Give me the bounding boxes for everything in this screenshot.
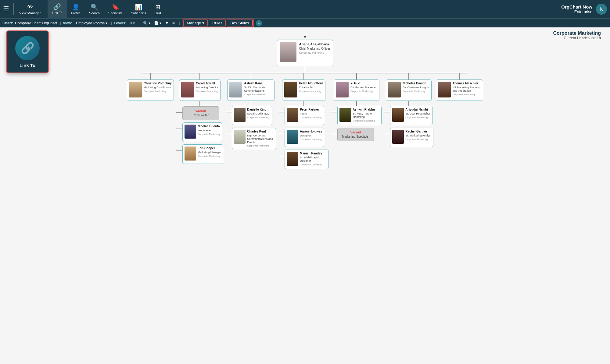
helen-name: Helen Mountford (299, 82, 323, 85)
ashwin-h-line (331, 112, 337, 112)
grid-icon: ⊞ (155, 3, 160, 11)
hamburger-menu[interactable]: ☰ (3, 5, 9, 13)
card-erin[interactable]: Erin Cooper Marketing Manager Corporate … (182, 144, 224, 164)
carole-v-line (199, 73, 200, 80)
edit-btn[interactable]: ✏ (170, 20, 177, 26)
export-btn[interactable]: 📄 ▾ (152, 20, 163, 26)
carole-dept: Corporate Marketing (196, 90, 218, 93)
root-v-line (305, 66, 305, 73)
corp-sub: Current Headcount: 18 (553, 36, 601, 40)
charles-row: Charles Kent Mgr. Corporate Communicatio… (226, 128, 276, 149)
search-icon: 🔍 (91, 3, 98, 11)
christine-v-line (150, 73, 151, 80)
nav-search[interactable]: 🔍 Search (85, 0, 104, 18)
levels-dropdown[interactable]: 3 ▾ (128, 20, 137, 26)
manish-row: Manish Pandey Sr. Web/Graphic Designer C… (278, 150, 329, 169)
rachel-title: Sr. Marketing Analyst (405, 134, 431, 137)
add-btn[interactable]: + (256, 20, 262, 26)
chart-company-link[interactable]: Company Chart (15, 21, 41, 25)
card-ariana[interactable]: Ariana Alisjahbana Chief Marketing Offic… (277, 40, 333, 66)
card-aaron[interactable]: Aaron Holdway Designer Corporate Marketi… (285, 128, 324, 147)
aaron-title: Designer (300, 134, 322, 137)
nav-divider-1 (13, 3, 14, 15)
toolbar: Chart: Company Chart OrgChart | View: Em… (0, 18, 610, 27)
erin-dept: Corporate Marketing (198, 155, 221, 157)
filter-btn[interactable]: ▼ (163, 20, 170, 26)
card-ashwin[interactable]: Ashwin Prabhu Sr. Mgr., Partner Marketin… (337, 106, 382, 125)
nicholas-children-v-line (408, 101, 409, 106)
box-styles-btn[interactable]: Box Styles (227, 19, 253, 27)
rules-btn[interactable]: Rules (209, 19, 226, 27)
nav-view-manager[interactable]: 👁 View Manager (15, 0, 45, 18)
card-arivudai[interactable]: Arivudai Nambi Sr. User Researcher Corpo… (390, 106, 432, 125)
nav-grid[interactable]: ⊞ Grid (150, 0, 165, 18)
org-content: Corporate Marketing Current Headcount: 1… (0, 27, 610, 364)
nav-link-to[interactable]: 🔗 Link To (48, 0, 67, 18)
yi-title: Dir. Partner Marketing (350, 86, 377, 89)
levels-chevron-icon: ▾ (133, 21, 135, 25)
level2-row: Christine Potochny Marketing Coordinator… (127, 73, 483, 169)
corp-sub-label: Current Headcount: (564, 36, 596, 40)
zoom-btn[interactable]: 🔍 ▾ (141, 20, 152, 26)
card-nicolae[interactable]: Nicolae Duduta Webmaster Corporate Marke… (182, 122, 222, 142)
card-ashish[interactable]: Ashish Kanal Sr. Dir. Corporate Communic… (227, 80, 274, 101)
card-christine[interactable]: Christine Potochny Marketing Coordinator… (127, 80, 174, 101)
card-nicholas[interactable]: Nicholas Bianco Dir. Customer Insights C… (386, 80, 432, 101)
arivudai-row: Arivudai Nambi Sr. User Researcher Corpo… (384, 106, 433, 125)
christine-name: Christine Potochny (144, 82, 172, 85)
nav-grid-label: Grid (155, 11, 161, 15)
nav-shortcuts[interactable]: 🔖 Shortcuts (104, 0, 127, 18)
erin-name: Erin Cooper (198, 147, 221, 150)
vacant-cw-title: Copy Writer (192, 114, 209, 117)
levels-value: 3 (130, 21, 132, 25)
nav-profile[interactable]: 👤 Profile (67, 0, 85, 18)
card-danielle[interactable]: Danielle King Social Media Mgr. Corporat… (232, 106, 272, 125)
card-vacant-ms[interactable]: Vacant Marketing Specialist (337, 128, 374, 141)
yi-dept: Corporate Marketing (350, 90, 377, 93)
node-nicholas: Nicholas Bianco Dir. Customer Insights C… (384, 73, 433, 147)
erin-row: Erin Cooper Marketing Manager Corporate … (176, 144, 224, 164)
yi-children: Ashwin Prabhu Sr. Mgr., Partner Marketin… (331, 106, 382, 141)
ashwin-row: Ashwin Prabhu Sr. Mgr., Partner Marketin… (331, 106, 382, 125)
subcharts-icon: 📊 (135, 3, 142, 11)
nav-divider-2 (46, 3, 46, 15)
nav-subcharts[interactable]: 📊 Subcharts (127, 0, 150, 18)
arivudai-dept: Corporate Marketing (405, 116, 430, 119)
card-helen[interactable]: Helen Mountford Creative Dir. Corporate … (282, 80, 325, 101)
helen-dept: Corporate Marketing (299, 90, 323, 93)
nicholas-v-line (408, 73, 409, 80)
levels-label: Levels: (114, 21, 126, 25)
card-thomas[interactable]: Thomas Maschler VP Marketing Planning an… (436, 80, 483, 101)
danielle-name: Danielle King (247, 108, 270, 111)
node-christine: Christine Potochny Marketing Coordinator… (127, 73, 174, 101)
view-dropdown[interactable]: Employee Photos ▾ (74, 20, 109, 26)
peter-name: Peter Partner (300, 108, 322, 111)
nicholas-dept: Corporate Marketing (403, 90, 430, 93)
linkto-label: Link To (20, 63, 35, 68)
card-yi[interactable]: Yi Guo Dir. Partner Marketing Corporate … (334, 80, 379, 101)
corp-headcount: 18 (597, 36, 601, 40)
view-chevron-icon: ▾ (106, 21, 107, 25)
aaron-h-line (278, 134, 285, 134)
thomas-v-line (459, 73, 460, 80)
card-vacant-copywriter[interactable]: Vacant Copy Writer (182, 106, 219, 120)
node-ashish: Ashish Kanal Sr. Dir. Corporate Communic… (226, 73, 276, 149)
christine-title: Marketing Coordinator (144, 86, 172, 89)
nicolae-dept: Corporate Marketing (198, 133, 220, 136)
collapse-indicator[interactable]: ▲ (303, 34, 307, 38)
helen-children: Peter Partner Intern Corporate Marketing (278, 106, 329, 169)
card-rachel[interactable]: Rachel Gartlan Sr. Marketing Analyst Cor… (390, 128, 433, 147)
chart-orgchart-link[interactable]: OrgChart (42, 21, 57, 25)
card-carole[interactable]: Carole Excell Marketing Director Corpora… (179, 80, 221, 101)
charles-title: Mgr. Corporate Communications and Events (247, 134, 274, 144)
peter-h-line (278, 112, 285, 112)
nav-view-manager-label: View Manager (19, 11, 41, 15)
zoom-icon: 🔍 (143, 21, 148, 25)
rachel-row: Rachel Gartlan Sr. Marketing Analyst Cor… (384, 128, 433, 147)
card-peter[interactable]: Peter Partner Intern Corporate Marketing (285, 106, 324, 125)
card-manish[interactable]: Manish Pandey Sr. Web/Graphic Designer C… (285, 150, 329, 169)
top-nav: ☰ 👁 View Manager 🔗 Link To 👤 Profile 🔍 S… (0, 0, 610, 18)
card-charles[interactable]: Charles Kent Mgr. Corporate Communicatio… (232, 128, 276, 149)
manage-btn[interactable]: Manage ▾ (183, 19, 208, 27)
nav-avatar[interactable]: k (596, 4, 607, 15)
